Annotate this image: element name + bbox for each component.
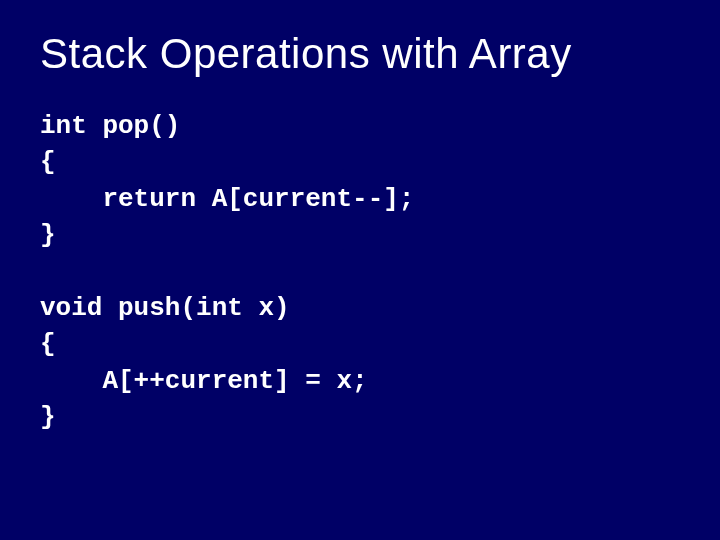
code-line: A[++current] = x; bbox=[40, 366, 368, 396]
code-line: } bbox=[40, 220, 56, 250]
code-line: return A[current--]; bbox=[40, 184, 414, 214]
code-line: { bbox=[40, 147, 56, 177]
slide-title: Stack Operations with Array bbox=[40, 30, 680, 78]
code-block: int pop() { return A[current--]; } void … bbox=[40, 108, 680, 436]
code-line: int pop() bbox=[40, 111, 180, 141]
code-line: } bbox=[40, 402, 56, 432]
code-line: void push(int x) bbox=[40, 293, 290, 323]
slide: Stack Operations with Array int pop() { … bbox=[0, 0, 720, 540]
code-line: { bbox=[40, 329, 56, 359]
